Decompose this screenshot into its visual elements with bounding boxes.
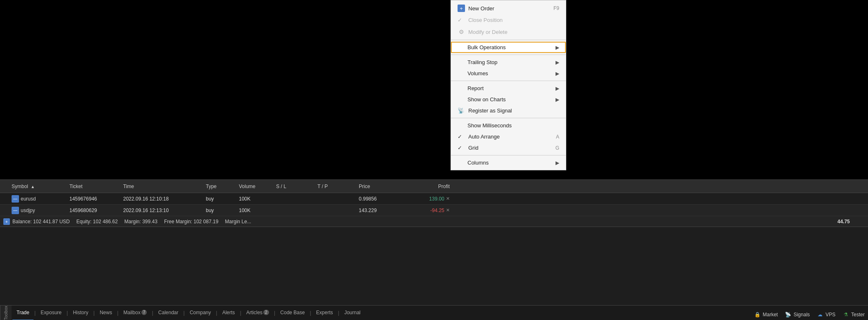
menu-item-columns[interactable]: Columns ▶ — [451, 157, 566, 168]
tab-exposure[interactable]: Exposure — [36, 306, 66, 320]
submenu-arrow-icon: ▶ — [556, 97, 559, 103]
menu-separator-1 — [451, 40, 566, 40]
row-icon: — — [12, 207, 19, 214]
tab-calendar[interactable]: Calendar — [154, 306, 183, 320]
total-profit: 44.75 — [837, 219, 858, 224]
row-symbol: — usdjpy — [12, 207, 69, 214]
table-row[interactable]: — usdjpy 1459680629 2022.09.16 12:13:10 … — [0, 205, 868, 216]
toolbox-label: Toolbox — [0, 306, 12, 320]
menu-separator-5 — [451, 155, 566, 155]
col-type-header: Type — [206, 184, 239, 189]
submenu-arrow-icon: ▶ — [556, 86, 559, 91]
tab-company[interactable]: Company — [186, 306, 215, 320]
menu-shortcut-f9: F9 — [553, 5, 559, 11]
menu-item-register-signal[interactable]: 📡 Register as Signal — [451, 105, 566, 116]
row-type: buy — [206, 208, 239, 213]
gear-icon: ⚙ — [458, 28, 465, 36]
tester-icon: ⚗ — [842, 311, 849, 318]
row-profit: -94.25 ✕ — [408, 208, 450, 213]
col-time-header: Time — [123, 184, 206, 189]
tab-codebase[interactable]: Code Base — [276, 306, 309, 320]
row-profit: 139.00 ✕ — [408, 196, 450, 202]
submenu-arrow-icon: ▶ — [556, 60, 559, 65]
register-signal-icon: 📡 — [458, 107, 465, 114]
row-volume: 100K — [239, 196, 276, 202]
col-ticket-header: Ticket — [69, 184, 123, 189]
balance-value: Balance: 102 441.87 USD — [12, 219, 70, 224]
free-margin-value: Free Margin: 102 087.19 — [164, 219, 218, 224]
menu-item-new-order[interactable]: + New Order F9 — [451, 2, 566, 14]
menu-separator-4 — [451, 118, 566, 118]
tab-articles[interactable]: Articles 2 — [242, 306, 273, 320]
menu-item-report[interactable]: Report ▶ — [451, 83, 566, 94]
grid-check-icon: ✓ — [458, 145, 465, 151]
row-price: 143.229 — [359, 208, 408, 213]
row-ticket: 1459680629 — [69, 208, 123, 213]
table-row[interactable]: — eurusd 1459676946 2022.09.16 12:10:18 … — [0, 193, 868, 205]
col-volume-header: Volume — [239, 184, 276, 189]
balance-row: + Balance: 102 441.87 USD Equity: 102 48… — [0, 216, 868, 227]
context-menu: + New Order F9 ✓ Close Position ⚙ Modify… — [451, 0, 566, 170]
menu-item-modify-delete: ⚙ Modify or Delete — [451, 26, 566, 38]
vps-button[interactable]: ☁ VPS — [816, 311, 835, 318]
row-ticket: 1459676946 — [69, 196, 123, 202]
menu-item-auto-arrange[interactable]: ✓ Auto Arrange A — [451, 131, 566, 142]
margin-value: Margin: 399.43 — [124, 219, 157, 224]
mailbox-badge: 7 — [141, 310, 147, 315]
tab-trade[interactable]: Trade — [12, 306, 33, 320]
col-sl-header: S / L — [276, 184, 317, 189]
tab-mailbox[interactable]: Mailbox 7 — [119, 306, 151, 320]
menu-item-trailing-stop[interactable]: Trailing Stop ▶ — [451, 57, 566, 68]
tab-journal[interactable]: Journal — [340, 306, 365, 320]
right-toolbar: 🔒 Market 📡 Signals ☁ VPS ⚗ Tester — [754, 311, 865, 318]
market-icon: 🔒 — [754, 311, 761, 318]
menu-item-volumes[interactable]: Volumes ▶ — [451, 68, 566, 79]
table-header: Symbol ▲ Ticket Time Type Volume S / L T… — [0, 180, 868, 193]
tab-history[interactable]: History — [69, 306, 92, 320]
menu-item-grid[interactable]: ✓ Grid G — [451, 142, 566, 153]
tab-experts[interactable]: Experts — [312, 306, 337, 320]
margin-level-value: Margin Le... — [225, 219, 251, 224]
menu-shortcut-a: A — [556, 134, 559, 140]
market-button[interactable]: 🔒 Market — [754, 311, 778, 318]
menu-item-bulk-operations[interactable]: Bulk Operations ▶ — [451, 42, 566, 53]
menu-item-close-position: ✓ Close Position — [451, 14, 566, 26]
col-tp-header: T / P — [317, 184, 359, 189]
signals-icon: 📡 — [785, 311, 792, 318]
col-price-header: Price — [359, 184, 408, 189]
menu-item-show-on-charts[interactable]: Show on Charts ▶ — [451, 94, 566, 105]
submenu-arrow-icon: ▶ — [556, 71, 559, 76]
equity-value: Equity: 102 486.62 — [76, 219, 118, 224]
tab-news[interactable]: News — [95, 306, 116, 320]
row-icon: — — [12, 195, 19, 203]
bottom-panel: Symbol ▲ Ticket Time Type Volume S / L T… — [0, 179, 868, 320]
checkmark-disabled-icon: ✓ — [458, 17, 465, 23]
row-type: buy — [206, 196, 239, 202]
submenu-arrow-icon: ▶ — [556, 160, 559, 166]
menu-separator-2 — [451, 55, 566, 55]
row-price: 0.99856 — [359, 196, 408, 202]
row-time: 2022.09.16 12:10:18 — [123, 196, 206, 202]
row-time: 2022.09.16 12:13:10 — [123, 208, 206, 213]
submenu-arrow-icon: ▶ — [556, 45, 559, 50]
close-row-icon[interactable]: ✕ — [446, 196, 450, 201]
articles-badge: 2 — [263, 310, 269, 315]
vps-icon: ☁ — [816, 311, 824, 318]
tab-bar: Toolbox Trade | Exposure | History | New… — [0, 305, 868, 320]
menu-shortcut-g: G — [556, 145, 559, 151]
close-row-icon[interactable]: ✕ — [446, 208, 450, 213]
signals-button[interactable]: 📡 Signals — [785, 311, 810, 318]
auto-arrange-check-icon: ✓ — [458, 134, 465, 140]
row-symbol: — eurusd — [12, 195, 69, 203]
tester-button[interactable]: ⚗ Tester — [842, 311, 865, 318]
row-volume: 100K — [239, 208, 276, 213]
balance-plus-icon: + — [3, 218, 10, 225]
col-profit-header: Profit — [408, 184, 450, 189]
new-order-icon: + — [458, 5, 465, 12]
menu-item-show-milliseconds[interactable]: Show Milliseconds — [451, 120, 566, 131]
col-symbol-header: Symbol ▲ — [12, 184, 69, 189]
tab-alerts[interactable]: Alerts — [218, 306, 239, 320]
sort-arrow-icon: ▲ — [31, 184, 35, 189]
menu-separator-3 — [451, 81, 566, 81]
